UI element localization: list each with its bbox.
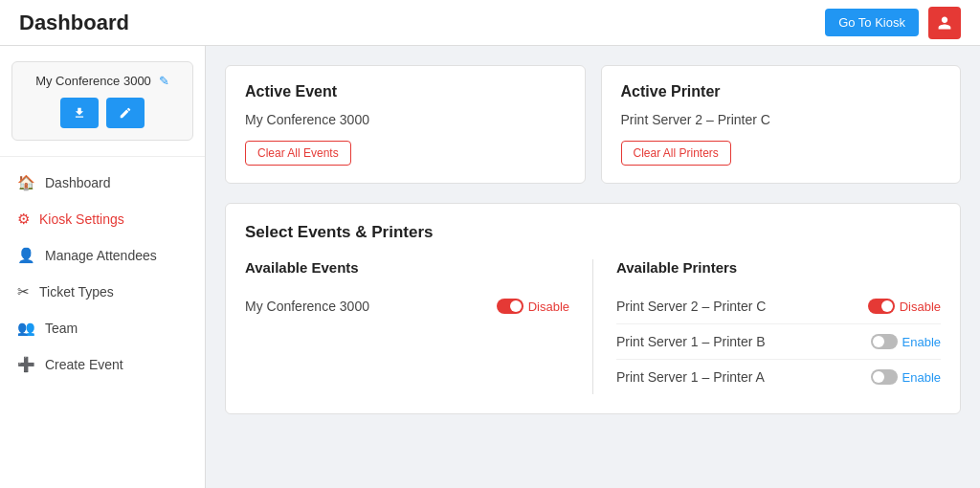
- toggle-icon: [871, 369, 898, 385]
- event-toggle-label: Disable: [528, 299, 569, 314]
- conference-card: My Conference 3000 ✎: [11, 61, 193, 141]
- sidebar-item-ticket-types[interactable]: ✂Ticket Types: [0, 274, 205, 310]
- printer-toggle-button[interactable]: Disable: [868, 299, 941, 314]
- printer-toggle-label: Enable: [902, 335, 941, 349]
- event-name: My Conference 3000: [245, 299, 369, 314]
- printers-column: Available Printers Print Server 2 – Prin…: [616, 259, 941, 394]
- event-toggle-button[interactable]: Disable: [497, 299, 569, 314]
- column-divider: [592, 259, 593, 394]
- active-event-card: Active Event My Conference 3000 Clear Al…: [225, 65, 586, 184]
- dashboard-icon: 🏠: [17, 174, 35, 191]
- toggle-icon: [871, 334, 898, 349]
- printer-item: Print Server 2 – Printer C Disable: [616, 289, 941, 324]
- page-title: Dashboard: [19, 11, 129, 35]
- go-to-kiosk-button[interactable]: Go To Kiosk: [825, 9, 919, 36]
- ticket-types-label: Ticket Types: [39, 284, 114, 299]
- printer-name: Print Server 2 – Printer C: [616, 299, 766, 314]
- upload-button[interactable]: [60, 98, 99, 128]
- main-content: Active Event My Conference 3000 Clear Al…: [206, 46, 980, 488]
- sidebar-item-create-event[interactable]: ➕Create Event: [0, 346, 205, 383]
- conference-name-row: My Conference 3000 ✎: [24, 74, 181, 88]
- user-icon-button[interactable]: [928, 7, 961, 39]
- events-column: Available Events My Conference 3000 Disa…: [245, 259, 569, 394]
- sidebar-item-team[interactable]: 👥Team: [0, 310, 205, 346]
- printer-name: Print Server 1 – Printer A: [616, 369, 765, 385]
- printer-toggle-button[interactable]: Enable: [871, 369, 941, 385]
- toggle-icon: [868, 299, 895, 314]
- printer-toggle-label: Enable: [902, 370, 941, 385]
- active-event-title: Active Event: [245, 83, 566, 100]
- active-printer-title: Active Printer: [621, 83, 942, 100]
- printers-list: Print Server 2 – Printer C Disable Print…: [616, 289, 941, 394]
- sidebar-item-kiosk-settings[interactable]: ⚙Kiosk Settings: [0, 201, 205, 237]
- printer-toggle-label: Disable: [900, 299, 941, 314]
- clear-all-printers-button[interactable]: Clear All Printers: [621, 141, 731, 166]
- toggle-icon: [497, 299, 523, 314]
- printer-toggle-button[interactable]: Enable: [871, 334, 941, 349]
- kiosk-settings-icon: ⚙: [17, 211, 30, 228]
- active-event-value: My Conference 3000: [245, 112, 566, 127]
- create-event-label: Create Event: [45, 357, 123, 372]
- select-section: Select Events & Printers Available Event…: [225, 203, 961, 414]
- printer-item: Print Server 1 – Printer A Enable: [616, 360, 941, 394]
- header: Dashboard Go To Kiosk: [0, 0, 980, 46]
- events-col-title: Available Events: [245, 259, 569, 276]
- sidebar-action-buttons: [24, 98, 181, 128]
- event-item: My Conference 3000 Disable: [245, 289, 569, 323]
- conference-name-label: My Conference 3000: [35, 74, 151, 88]
- team-label: Team: [45, 321, 78, 336]
- clear-all-events-button[interactable]: Clear All Events: [245, 141, 351, 166]
- sidebar-nav: 🏠Dashboard⚙Kiosk Settings👤Manage Attende…: [0, 165, 205, 383]
- sidebar-divider: [0, 156, 205, 157]
- select-columns: Available Events My Conference 3000 Disa…: [245, 259, 941, 394]
- kiosk-settings-label: Kiosk Settings: [39, 211, 124, 227]
- printer-name: Print Server 1 – Printer B: [616, 334, 766, 349]
- printer-item: Print Server 1 – Printer B Enable: [616, 324, 941, 360]
- sidebar-item-manage-attendees[interactable]: 👤Manage Attendees: [0, 237, 205, 274]
- edit-button[interactable]: [106, 98, 145, 128]
- upload-icon: [73, 106, 86, 120]
- team-icon: 👥: [17, 320, 35, 337]
- manage-attendees-label: Manage Attendees: [45, 248, 157, 263]
- header-actions: Go To Kiosk: [825, 7, 961, 39]
- edit-icon: [119, 106, 132, 120]
- cards-row: Active Event My Conference 3000 Clear Al…: [225, 65, 961, 184]
- ticket-types-icon: ✂: [17, 283, 30, 300]
- events-list: My Conference 3000 Disable: [245, 289, 569, 323]
- select-section-title: Select Events & Printers: [245, 223, 941, 242]
- sidebar: My Conference 3000 ✎ 🏠Dashboard⚙Kiosk Se…: [0, 46, 206, 488]
- active-printer-value: Print Server 2 – Printer C: [621, 112, 942, 127]
- active-printer-card: Active Printer Print Server 2 – Printer …: [601, 65, 962, 184]
- manage-attendees-icon: 👤: [17, 247, 35, 264]
- sidebar-item-dashboard[interactable]: 🏠Dashboard: [0, 165, 205, 201]
- dashboard-label: Dashboard: [45, 175, 111, 190]
- layout: My Conference 3000 ✎ 🏠Dashboard⚙Kiosk Se…: [0, 46, 980, 488]
- printers-col-title: Available Printers: [616, 259, 941, 276]
- person-icon: [937, 15, 952, 31]
- create-event-icon: ➕: [17, 356, 35, 373]
- conference-edit-icon[interactable]: ✎: [159, 74, 169, 88]
